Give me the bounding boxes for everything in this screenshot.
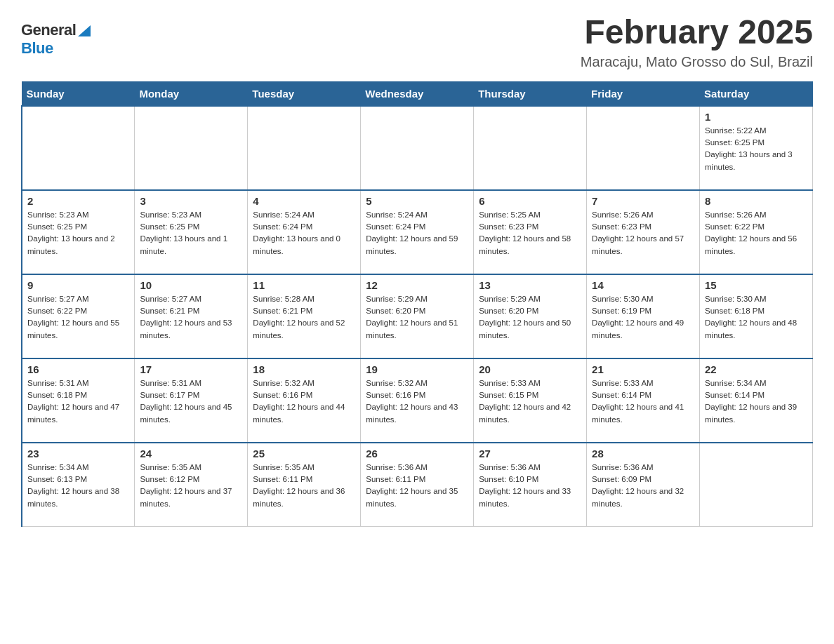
calendar-cell: 27Sunrise: 5:36 AM Sunset: 6:10 PM Dayli… [474,443,587,527]
day-info: Sunrise: 5:32 AM Sunset: 6:16 PM Dayligh… [366,377,468,426]
calendar-cell [700,443,813,527]
logo-general-text: General [21,21,76,39]
calendar-cell: 9Sunrise: 5:27 AM Sunset: 6:22 PM Daylig… [22,274,135,358]
day-info: Sunrise: 5:24 AM Sunset: 6:24 PM Dayligh… [253,209,355,257]
day-number: 11 [253,279,355,291]
calendar-cell: 26Sunrise: 5:36 AM Sunset: 6:11 PM Dayli… [361,443,474,527]
calendar-cell: 14Sunrise: 5:30 AM Sunset: 6:19 PM Dayli… [587,274,700,358]
weekday-header-tuesday: Tuesday [248,81,361,106]
day-number: 28 [592,448,694,459]
calendar-header: SundayMondayTuesdayWednesdayThursdayFrid… [22,81,813,106]
day-info: Sunrise: 5:22 AM Sunset: 6:25 PM Dayligh… [705,125,807,173]
logo-triangle-icon [78,25,91,36]
day-number: 16 [27,363,129,375]
day-info: Sunrise: 5:33 AM Sunset: 6:14 PM Dayligh… [592,377,694,426]
day-number: 17 [140,363,242,375]
title-block: February 2025 Maracaju, Mato Grosso do S… [581,14,813,70]
logo-blue-text: Blue [21,39,53,57]
calendar-cell: 6Sunrise: 5:25 AM Sunset: 6:23 PM Daylig… [474,190,587,274]
calendar-cell: 5Sunrise: 5:24 AM Sunset: 6:24 PM Daylig… [361,190,474,274]
svg-marker-0 [78,25,91,36]
day-info: Sunrise: 5:27 AM Sunset: 6:22 PM Dayligh… [27,293,129,342]
calendar-week-row: 2Sunrise: 5:23 AM Sunset: 6:25 PM Daylig… [22,190,813,274]
day-info: Sunrise: 5:34 AM Sunset: 6:13 PM Dayligh… [27,462,129,510]
calendar-cell: 16Sunrise: 5:31 AM Sunset: 6:18 PM Dayli… [22,358,135,443]
calendar-cell: 23Sunrise: 5:34 AM Sunset: 6:13 PM Dayli… [22,443,135,527]
page-title: February 2025 [581,14,813,51]
calendar-cell [248,106,361,190]
day-info: Sunrise: 5:36 AM Sunset: 6:10 PM Dayligh… [479,462,581,510]
day-info: Sunrise: 5:26 AM Sunset: 6:22 PM Dayligh… [705,209,807,257]
calendar-week-row: 9Sunrise: 5:27 AM Sunset: 6:22 PM Daylig… [22,274,813,358]
calendar-week-row: 1Sunrise: 5:22 AM Sunset: 6:25 PM Daylig… [22,106,813,190]
calendar-cell [135,106,248,190]
calendar-table: SundayMondayTuesdayWednesdayThursdayFrid… [21,81,813,528]
calendar-cell: 12Sunrise: 5:29 AM Sunset: 6:20 PM Dayli… [361,274,474,358]
day-number: 1 [705,111,807,123]
calendar-cell: 3Sunrise: 5:23 AM Sunset: 6:25 PM Daylig… [135,190,248,274]
day-info: Sunrise: 5:30 AM Sunset: 6:19 PM Dayligh… [592,293,694,342]
day-info: Sunrise: 5:29 AM Sunset: 6:20 PM Dayligh… [479,293,581,342]
day-number: 13 [479,279,581,291]
day-number: 4 [253,195,355,207]
weekday-header-row: SundayMondayTuesdayWednesdayThursdayFrid… [22,81,813,106]
day-info: Sunrise: 5:26 AM Sunset: 6:23 PM Dayligh… [592,209,694,257]
calendar-cell: 2Sunrise: 5:23 AM Sunset: 6:25 PM Daylig… [22,190,135,274]
day-number: 22 [705,363,807,375]
day-number: 3 [140,195,242,207]
day-info: Sunrise: 5:33 AM Sunset: 6:15 PM Dayligh… [479,377,581,426]
day-number: 26 [366,448,468,459]
day-number: 25 [253,448,355,459]
weekday-header-friday: Friday [587,81,700,106]
day-number: 20 [479,363,581,375]
calendar-cell: 18Sunrise: 5:32 AM Sunset: 6:16 PM Dayli… [248,358,361,443]
calendar-cell: 7Sunrise: 5:26 AM Sunset: 6:23 PM Daylig… [587,190,700,274]
day-info: Sunrise: 5:35 AM Sunset: 6:11 PM Dayligh… [253,462,355,510]
day-info: Sunrise: 5:25 AM Sunset: 6:23 PM Dayligh… [479,209,581,257]
calendar-cell [587,106,700,190]
calendar-body: 1Sunrise: 5:22 AM Sunset: 6:25 PM Daylig… [22,106,813,527]
day-info: Sunrise: 5:31 AM Sunset: 6:18 PM Dayligh… [27,377,129,426]
calendar-cell: 15Sunrise: 5:30 AM Sunset: 6:18 PM Dayli… [700,274,813,358]
calendar-cell [361,106,474,190]
day-number: 6 [479,195,581,207]
day-number: 18 [253,363,355,375]
day-number: 7 [592,195,694,207]
day-number: 10 [140,279,242,291]
weekday-header-saturday: Saturday [700,81,813,106]
calendar-cell: 20Sunrise: 5:33 AM Sunset: 6:15 PM Dayli… [474,358,587,443]
calendar-cell: 24Sunrise: 5:35 AM Sunset: 6:12 PM Dayli… [135,443,248,527]
day-number: 27 [479,448,581,459]
calendar-cell: 1Sunrise: 5:22 AM Sunset: 6:25 PM Daylig… [700,106,813,190]
weekday-header-monday: Monday [135,81,248,106]
calendar-cell [474,106,587,190]
day-number: 14 [592,279,694,291]
day-number: 15 [705,279,807,291]
calendar-cell: 21Sunrise: 5:33 AM Sunset: 6:14 PM Dayli… [587,358,700,443]
day-info: Sunrise: 5:36 AM Sunset: 6:09 PM Dayligh… [592,462,694,510]
calendar-cell: 4Sunrise: 5:24 AM Sunset: 6:24 PM Daylig… [248,190,361,274]
weekday-header-thursday: Thursday [474,81,587,106]
calendar-week-row: 16Sunrise: 5:31 AM Sunset: 6:18 PM Dayli… [22,358,813,443]
day-info: Sunrise: 5:29 AM Sunset: 6:20 PM Dayligh… [366,293,468,342]
calendar-cell: 25Sunrise: 5:35 AM Sunset: 6:11 PM Dayli… [248,443,361,527]
day-number: 5 [366,195,468,207]
day-number: 23 [27,448,129,459]
calendar-cell: 19Sunrise: 5:32 AM Sunset: 6:16 PM Dayli… [361,358,474,443]
day-info: Sunrise: 5:35 AM Sunset: 6:12 PM Dayligh… [140,462,242,510]
day-info: Sunrise: 5:24 AM Sunset: 6:24 PM Dayligh… [366,209,468,257]
page-header: General Blue February 2025 Maracaju, Mat… [21,14,813,70]
calendar-cell: 13Sunrise: 5:29 AM Sunset: 6:20 PM Dayli… [474,274,587,358]
day-info: Sunrise: 5:34 AM Sunset: 6:14 PM Dayligh… [705,377,807,426]
weekday-header-sunday: Sunday [22,81,135,106]
calendar-cell: 22Sunrise: 5:34 AM Sunset: 6:14 PM Dayli… [700,358,813,443]
day-info: Sunrise: 5:30 AM Sunset: 6:18 PM Dayligh… [705,293,807,342]
day-number: 21 [592,363,694,375]
calendar-cell: 10Sunrise: 5:27 AM Sunset: 6:21 PM Dayli… [135,274,248,358]
day-number: 9 [27,279,129,291]
calendar-cell: 17Sunrise: 5:31 AM Sunset: 6:17 PM Dayli… [135,358,248,443]
day-info: Sunrise: 5:32 AM Sunset: 6:16 PM Dayligh… [253,377,355,426]
day-number: 2 [27,195,129,207]
day-info: Sunrise: 5:27 AM Sunset: 6:21 PM Dayligh… [140,293,242,342]
day-number: 19 [366,363,468,375]
